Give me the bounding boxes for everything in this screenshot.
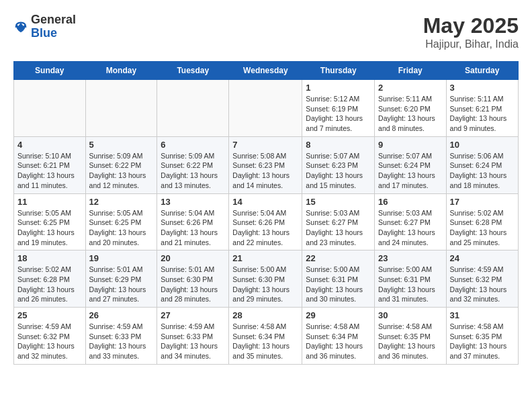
day-info: Sunrise: 5:00 AM Sunset: 6:31 PM Dayligh… bbox=[378, 265, 443, 304]
day-number: 31 bbox=[450, 310, 515, 320]
calendar-body: 1Sunrise: 5:12 AM Sunset: 6:19 PM Daylig… bbox=[14, 80, 519, 365]
day-info: Sunrise: 5:01 AM Sunset: 6:29 PM Dayligh… bbox=[89, 265, 154, 304]
header-row: SundayMondayTuesdayWednesdayThursdayFrid… bbox=[14, 62, 519, 80]
day-info: Sunrise: 5:09 AM Sunset: 6:22 PM Dayligh… bbox=[161, 151, 225, 191]
calendar-cell: 17Sunrise: 5:02 AM Sunset: 6:28 PM Dayli… bbox=[446, 193, 518, 250]
calendar-cell: 30Sunrise: 4:58 AM Sunset: 6:35 PM Dayli… bbox=[375, 308, 447, 365]
calendar-cell: 28Sunrise: 4:58 AM Sunset: 6:34 PM Dayli… bbox=[229, 308, 302, 365]
week-row-1: 1Sunrise: 5:12 AM Sunset: 6:19 PM Daylig… bbox=[14, 80, 519, 137]
calendar-cell: 18Sunrise: 5:02 AM Sunset: 6:28 PM Dayli… bbox=[14, 250, 86, 308]
header-day-thursday: Thursday bbox=[302, 62, 375, 80]
calendar-table: SundayMondayTuesdayWednesdayThursdayFrid… bbox=[13, 61, 519, 365]
day-number: 24 bbox=[450, 253, 515, 263]
calendar-cell: 31Sunrise: 4:58 AM Sunset: 6:35 PM Dayli… bbox=[446, 308, 518, 365]
day-number: 18 bbox=[17, 253, 82, 263]
day-info: Sunrise: 4:59 AM Sunset: 6:32 PM Dayligh… bbox=[17, 322, 82, 361]
calendar-cell bbox=[85, 80, 157, 137]
day-number: 23 bbox=[378, 253, 443, 263]
day-info: Sunrise: 5:03 AM Sunset: 6:27 PM Dayligh… bbox=[378, 208, 443, 248]
header-day-monday: Monday bbox=[85, 62, 157, 80]
calendar-cell bbox=[157, 80, 229, 137]
day-number: 11 bbox=[17, 197, 82, 207]
title-block: May 2025 Hajipur, Bihar, India bbox=[423, 13, 519, 50]
logo-icon bbox=[13, 20, 28, 35]
day-info: Sunrise: 5:09 AM Sunset: 6:22 PM Dayligh… bbox=[89, 151, 154, 191]
day-info: Sunrise: 4:58 AM Sunset: 6:34 PM Dayligh… bbox=[232, 322, 298, 361]
day-info: Sunrise: 4:58 AM Sunset: 6:35 PM Dayligh… bbox=[450, 322, 515, 361]
day-info: Sunrise: 5:08 AM Sunset: 6:23 PM Dayligh… bbox=[232, 151, 298, 191]
calendar-cell: 11Sunrise: 5:05 AM Sunset: 6:25 PM Dayli… bbox=[14, 193, 86, 250]
day-number: 12 bbox=[89, 197, 154, 207]
day-info: Sunrise: 5:05 AM Sunset: 6:25 PM Dayligh… bbox=[17, 208, 82, 248]
calendar-cell: 7Sunrise: 5:08 AM Sunset: 6:23 PM Daylig… bbox=[229, 136, 302, 193]
logo-line2: Blue bbox=[31, 27, 76, 40]
day-number: 22 bbox=[306, 253, 371, 263]
day-number: 29 bbox=[306, 310, 371, 320]
calendar-cell: 21Sunrise: 5:00 AM Sunset: 6:30 PM Dayli… bbox=[229, 250, 302, 308]
header-day-sunday: Sunday bbox=[14, 62, 86, 80]
calendar-cell: 16Sunrise: 5:03 AM Sunset: 6:27 PM Dayli… bbox=[375, 193, 447, 250]
calendar-cell: 4Sunrise: 5:10 AM Sunset: 6:21 PM Daylig… bbox=[14, 136, 86, 193]
day-info: Sunrise: 4:59 AM Sunset: 6:33 PM Dayligh… bbox=[161, 322, 225, 361]
day-number: 16 bbox=[378, 197, 443, 207]
day-info: Sunrise: 5:05 AM Sunset: 6:25 PM Dayligh… bbox=[89, 208, 154, 248]
day-number: 9 bbox=[378, 140, 443, 150]
day-number: 5 bbox=[89, 140, 154, 150]
calendar-cell bbox=[229, 80, 302, 137]
calendar-cell: 8Sunrise: 5:07 AM Sunset: 6:23 PM Daylig… bbox=[302, 136, 375, 193]
calendar-cell: 15Sunrise: 5:03 AM Sunset: 6:27 PM Dayli… bbox=[302, 193, 375, 250]
day-info: Sunrise: 5:06 AM Sunset: 6:24 PM Dayligh… bbox=[450, 151, 515, 191]
day-info: Sunrise: 5:02 AM Sunset: 6:28 PM Dayligh… bbox=[17, 265, 82, 304]
calendar-cell: 27Sunrise: 4:59 AM Sunset: 6:33 PM Dayli… bbox=[157, 308, 229, 365]
week-row-4: 18Sunrise: 5:02 AM Sunset: 6:28 PM Dayli… bbox=[14, 250, 519, 308]
calendar-cell: 5Sunrise: 5:09 AM Sunset: 6:22 PM Daylig… bbox=[85, 136, 157, 193]
day-number: 7 bbox=[232, 140, 298, 150]
header-day-saturday: Saturday bbox=[446, 62, 518, 80]
day-info: Sunrise: 5:12 AM Sunset: 6:19 PM Dayligh… bbox=[306, 94, 371, 134]
calendar-cell: 1Sunrise: 5:12 AM Sunset: 6:19 PM Daylig… bbox=[302, 80, 375, 137]
day-number: 1 bbox=[306, 83, 371, 93]
day-info: Sunrise: 5:07 AM Sunset: 6:23 PM Dayligh… bbox=[306, 151, 371, 191]
week-row-5: 25Sunrise: 4:59 AM Sunset: 6:32 PM Dayli… bbox=[14, 308, 519, 365]
calendar-cell: 13Sunrise: 5:04 AM Sunset: 6:26 PM Dayli… bbox=[157, 193, 229, 250]
day-number: 14 bbox=[232, 197, 298, 207]
calendar-cell: 10Sunrise: 5:06 AM Sunset: 6:24 PM Dayli… bbox=[446, 136, 518, 193]
header-day-wednesday: Wednesday bbox=[229, 62, 302, 80]
day-number: 15 bbox=[306, 197, 371, 207]
day-number: 26 bbox=[89, 310, 154, 320]
day-number: 13 bbox=[161, 197, 225, 207]
day-info: Sunrise: 5:01 AM Sunset: 6:30 PM Dayligh… bbox=[161, 265, 225, 304]
calendar-cell: 29Sunrise: 4:58 AM Sunset: 6:34 PM Dayli… bbox=[302, 308, 375, 365]
calendar-cell: 25Sunrise: 4:59 AM Sunset: 6:32 PM Dayli… bbox=[14, 308, 86, 365]
day-info: Sunrise: 5:02 AM Sunset: 6:28 PM Dayligh… bbox=[450, 208, 515, 248]
day-info: Sunrise: 5:04 AM Sunset: 6:26 PM Dayligh… bbox=[232, 208, 298, 248]
calendar-cell: 20Sunrise: 5:01 AM Sunset: 6:30 PM Dayli… bbox=[157, 250, 229, 308]
day-number: 30 bbox=[378, 310, 443, 320]
page-header: General Blue May 2025 Hajipur, Bihar, In… bbox=[13, 13, 519, 50]
calendar-cell: 24Sunrise: 4:59 AM Sunset: 6:32 PM Dayli… bbox=[446, 250, 518, 308]
calendar-cell: 3Sunrise: 5:11 AM Sunset: 6:21 PM Daylig… bbox=[446, 80, 518, 137]
day-number: 17 bbox=[450, 197, 515, 207]
day-number: 19 bbox=[89, 253, 154, 263]
calendar-cell: 23Sunrise: 5:00 AM Sunset: 6:31 PM Dayli… bbox=[375, 250, 447, 308]
day-number: 20 bbox=[161, 253, 225, 263]
logo-text: General Blue bbox=[31, 13, 76, 40]
header-day-tuesday: Tuesday bbox=[157, 62, 229, 80]
calendar-cell: 22Sunrise: 5:00 AM Sunset: 6:31 PM Dayli… bbox=[302, 250, 375, 308]
day-number: 4 bbox=[17, 140, 82, 150]
day-number: 27 bbox=[161, 310, 225, 320]
day-number: 6 bbox=[161, 140, 225, 150]
day-info: Sunrise: 4:58 AM Sunset: 6:35 PM Dayligh… bbox=[378, 322, 443, 361]
day-info: Sunrise: 5:11 AM Sunset: 6:20 PM Dayligh… bbox=[378, 94, 443, 134]
day-number: 10 bbox=[450, 140, 515, 150]
day-number: 28 bbox=[232, 310, 298, 320]
page-subtitle: Hajipur, Bihar, India bbox=[423, 38, 519, 50]
page-title: May 2025 bbox=[423, 13, 519, 38]
calendar-cell: 12Sunrise: 5:05 AM Sunset: 6:25 PM Dayli… bbox=[85, 193, 157, 250]
day-info: Sunrise: 4:59 AM Sunset: 6:33 PM Dayligh… bbox=[89, 322, 154, 361]
calendar-cell bbox=[14, 80, 86, 137]
day-info: Sunrise: 5:04 AM Sunset: 6:26 PM Dayligh… bbox=[161, 208, 225, 248]
week-row-2: 4Sunrise: 5:10 AM Sunset: 6:21 PM Daylig… bbox=[14, 136, 519, 193]
day-number: 8 bbox=[306, 140, 371, 150]
day-info: Sunrise: 4:59 AM Sunset: 6:32 PM Dayligh… bbox=[450, 265, 515, 304]
